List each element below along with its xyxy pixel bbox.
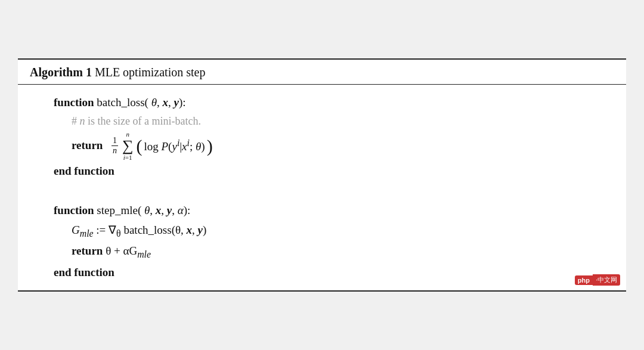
keyword-function-2: function <box>54 204 94 216</box>
batch-loss-comment: # n is the size of a mini-batch. <box>30 112 614 131</box>
keyword-end-function-2: end function <box>54 266 114 278</box>
batch-loss-name: batch_loss( <box>97 96 148 109</box>
keyword-return-1: return <box>72 138 103 151</box>
watermark-php-label: php <box>575 275 593 285</box>
end-function-2: end function <box>30 263 614 282</box>
return-formula: 1 n n ∑ i=1 ( log P(yi|xi; θ) ) <box>106 138 212 151</box>
log-term: log P(yi|xi; θ) <box>144 135 205 157</box>
batch-loss-signature: function batch_loss( θ, x, y): <box>30 93 614 112</box>
step-mle-signature: function step_mle( θ, x, y, α): <box>30 201 614 220</box>
algorithm-container: Algorithm 1 MLE optimization step functi… <box>18 58 626 292</box>
keyword-return-2: return <box>72 244 103 257</box>
summation: n ∑ i=1 <box>122 131 134 162</box>
open-paren: ( <box>136 137 142 155</box>
algorithm-number: Algorithm 1 <box>30 66 92 79</box>
watermark-cn-label: ·中文网 <box>593 274 620 286</box>
close-paren: ) <box>207 137 213 155</box>
step-mle-x: x <box>156 204 162 216</box>
keyword-end-function-1: end function <box>54 165 114 177</box>
step-mle-alpha: α <box>178 204 184 216</box>
step-mle-y: y <box>167 204 172 216</box>
batch-loss-call: batch_loss(θ, x, y) <box>123 224 206 236</box>
algorithm-body: function batch_loss( θ, x, y): # n is th… <box>18 85 626 291</box>
watermark: php ·中文网 <box>575 274 620 286</box>
algorithm-header: Algorithm 1 MLE optimization step <box>18 60 626 85</box>
block-spacer <box>30 191 614 201</box>
keyword-function-1: function <box>54 96 94 109</box>
assign-symbol: := ∇ <box>96 224 116 236</box>
end-function-1: end function <box>30 162 614 181</box>
batch-loss-x: x <box>162 96 168 109</box>
fraction-1n: 1 n <box>112 136 118 157</box>
algorithm-title: MLE optimization step <box>95 66 206 79</box>
step-mle-theta: θ <box>144 204 150 216</box>
step-mle-return: return θ + αGmle <box>30 241 614 263</box>
block-step-mle: function step_mle( θ, x, y, α): Gmle := … <box>30 201 614 282</box>
return-value: θ + αGmle <box>106 244 151 257</box>
batch-loss-y: y <box>174 96 178 109</box>
batch-loss-return: return 1 n n ∑ i=1 ( <box>30 131 614 162</box>
step-mle-name: step_mle( <box>97 204 141 216</box>
batch-loss-theta: θ <box>151 96 157 109</box>
step-mle-line1: Gmle := ∇θ batch_loss(θ, x, y) <box>30 221 614 242</box>
block-batch-loss: function batch_loss( θ, x, y): # n is th… <box>30 93 614 181</box>
